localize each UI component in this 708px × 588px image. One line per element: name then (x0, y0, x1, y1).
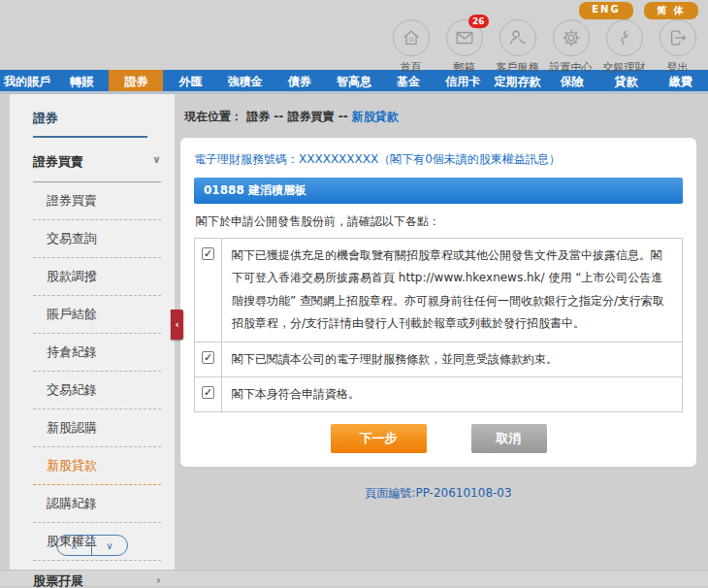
sidebar-item[interactable]: 股款調撥 (33, 258, 161, 296)
lang-simplified-button[interactable]: 简 体 (644, 2, 698, 19)
breadcrumb: 現在位置： 證券 -- 證券買賣 -- 新股貸款 (177, 94, 700, 138)
confirmation-list: ✓ 閣下已獲提供充足的機會取覽有關招股章程或其他公開發售文件及當中披露信息。閣下… (194, 238, 683, 412)
nav-tab[interactable]: 債券 (273, 70, 327, 91)
sidebar-item[interactable]: 賬戶結餘 (33, 296, 161, 334)
confirmation-text: 閣下本身符合申請資格。 (222, 377, 682, 411)
breadcrumb-prefix: 現在位置： (184, 110, 242, 123)
logout-label: 登出 (667, 60, 689, 75)
checkbox-cell: ✓ (195, 343, 222, 376)
mailbox-shortcut[interactable]: 26 郵箱 (437, 19, 491, 75)
sidebar-item[interactable]: 證券買賣 (33, 182, 161, 220)
logout-shortcut[interactable]: 登出 (651, 19, 704, 75)
wealth-management-icon (606, 19, 643, 56)
sidebar-title: 證券 (33, 110, 147, 138)
confirmation-row: ✓ 閣下本身符合申請資格。 (195, 377, 682, 412)
sidebar-section-securities-trading[interactable]: 證券買賣 ∨ (33, 153, 161, 182)
home-label: 首頁 (401, 60, 422, 75)
top-header: ENG 简 体 首頁 26 郵箱 客戶服務 設置中心 交銀理財 登 (0, 0, 708, 70)
confirmation-row: ✓ 閣下已獲提供充足的機會取覽有關招股章程或其他公開發售文件及當中披露信息。閣下… (195, 239, 682, 343)
next-step-button[interactable]: 下一步 (331, 424, 427, 453)
unread-mail-badge: 26 (468, 15, 489, 28)
language-switcher: ENG 简 体 (579, 2, 698, 19)
confirmation-intro: 閣下於申請公開發售股份前，請確認以下各點： (196, 213, 681, 230)
nav-tab[interactable]: 證券 (109, 70, 163, 91)
wealth-management-shortcut[interactable]: 交銀理財 (597, 19, 651, 75)
home-shortcut[interactable]: 首頁 (384, 19, 437, 75)
mail-icon: 26 (446, 19, 483, 56)
nav-tab[interactable]: 我的賬戶 (0, 70, 54, 91)
settings-center-label: 設置中心 (550, 60, 593, 75)
confirmation-text: 閣下已獲提供充足的機會取覽有關招股章程或其他公開發售文件及當中披露信息。閣下可登… (222, 239, 682, 342)
sidebar-section2-label: 股票孖展 (33, 572, 83, 588)
chevron-left-icon: ‹ (175, 319, 178, 330)
page-body: 證券 證券買賣 ∨ 證券買賣 交易查詢 股款調撥 賬戶結餘 持倉紀錄 交易紀錄 … (0, 94, 708, 570)
customer-service-shortcut[interactable]: 客戶服務 (491, 19, 544, 75)
customer-service-label: 客戶服務 (497, 60, 539, 75)
chevron-right-icon: › (156, 572, 161, 588)
sidebar-item[interactable]: 新股貸款 (33, 447, 161, 485)
nav-tab[interactable]: 外匯 (163, 70, 217, 91)
confirmation-text: 閣下已閱讀本公司的電子理財服務條款，並同意受該條款約束。 (222, 343, 682, 376)
sidebar-pager: ∧ ∨ (56, 535, 128, 556)
sidebar-section-label: 證券買賣 (33, 153, 83, 171)
cancel-button[interactable]: 取消 (471, 424, 547, 453)
checkbox-cell: ✓ (195, 377, 222, 411)
e-banking-service-number: 電子理財服務號碼：XXXXXXXXXX（閣下有0個未讀的股東權益訊息） (194, 151, 683, 168)
sidebar-item[interactable]: 交易查詢 (33, 220, 161, 258)
action-buttons: 下一步 取消 (194, 424, 683, 453)
chevron-down-icon: ∨ (106, 540, 113, 551)
sidebar: 證券 證券買賣 ∨ 證券買賣 交易查詢 股款調撥 賬戶結餘 持倉紀錄 交易紀錄 … (10, 94, 175, 570)
nav-tab[interactable]: 轉賬 (54, 70, 109, 91)
nav-tab[interactable]: 強積金 (218, 70, 273, 91)
logout-icon (660, 19, 696, 56)
lang-eng-button[interactable]: ENG (579, 2, 633, 19)
quick-icons: 首頁 26 郵箱 客戶服務 設置中心 交銀理財 登出 (384, 19, 704, 75)
chevron-up-icon: ∧ (71, 540, 78, 551)
gear-icon (553, 19, 590, 56)
confirmation-checkbox[interactable]: ✓ (202, 247, 214, 260)
sidebar-item[interactable]: 認購紀錄 (33, 485, 161, 523)
nav-tab[interactable]: 智高息 (327, 70, 381, 91)
sidebar-item[interactable]: 新股認購 (33, 409, 161, 447)
checkbox-cell: ✓ (195, 239, 222, 342)
settings-center-shortcut[interactable]: 設置中心 (544, 19, 597, 75)
scroll-down-button[interactable]: ∨ (92, 536, 127, 555)
sidebar-collapse-handle[interactable]: ‹ (171, 310, 183, 340)
ipo-loan-card: 電子理財服務號碼：XXXXXXXXXX（閣下有0個未讀的股東權益訊息） 0188… (180, 138, 696, 467)
sidebar-items: 證券買賣 交易查詢 股款調撥 賬戶結餘 持倉紀錄 交易紀錄 新股認購 新股貸款 … (10, 182, 175, 561)
scroll-up-button[interactable]: ∧ (57, 536, 92, 555)
mailbox-label: 郵箱 (454, 60, 475, 75)
confirmation-checkbox[interactable]: ✓ (202, 386, 214, 399)
customer-service-icon (499, 19, 536, 56)
breadcrumb-path: 證券 -- 證券買賣 -- (246, 110, 347, 123)
breadcrumb-current: 新股貸款 (352, 110, 399, 123)
main-content: ‹ 現在位置： 證券 -- 證券買賣 -- 新股貸款 電子理財服務號碼：XXXX… (175, 94, 704, 570)
sidebar-item[interactable]: 持倉紀錄 (33, 334, 161, 372)
sidebar-item[interactable]: 交易紀錄 (33, 372, 161, 409)
stock-title-bar: 01888 建滔積層板 (194, 178, 683, 204)
confirmation-row: ✓ 閣下已閱讀本公司的電子理財服務條款，並同意受該條款約束。 (195, 343, 682, 377)
wealth-management-label: 交銀理財 (603, 60, 646, 75)
sidebar-section-stock-margin[interactable]: 股票孖展 › (33, 561, 161, 588)
chevron-down-icon: ∨ (152, 153, 161, 171)
home-icon (393, 19, 430, 56)
page-number: 頁面編號:PP-20610108-03 (177, 485, 700, 502)
confirmation-checkbox[interactable]: ✓ (202, 351, 214, 364)
